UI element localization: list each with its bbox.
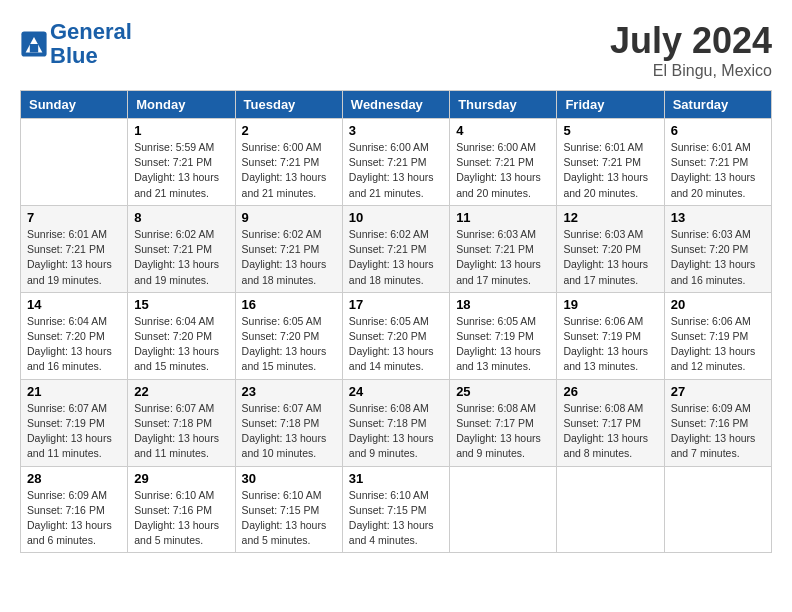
day-cell: 7Sunrise: 6:01 AM Sunset: 7:21 PM Daylig… — [21, 205, 128, 292]
day-number: 7 — [27, 210, 121, 225]
day-cell: 16Sunrise: 6:05 AM Sunset: 7:20 PM Dayli… — [235, 292, 342, 379]
day-cell: 27Sunrise: 6:09 AM Sunset: 7:16 PM Dayli… — [664, 379, 771, 466]
day-cell: 29Sunrise: 6:10 AM Sunset: 7:16 PM Dayli… — [128, 466, 235, 553]
day-cell: 23Sunrise: 6:07 AM Sunset: 7:18 PM Dayli… — [235, 379, 342, 466]
logo-line2: Blue — [50, 43, 98, 68]
day-cell: 1Sunrise: 5:59 AM Sunset: 7:21 PM Daylig… — [128, 119, 235, 206]
day-info: Sunrise: 6:09 AM Sunset: 7:16 PM Dayligh… — [671, 401, 765, 462]
day-info: Sunrise: 6:05 AM Sunset: 7:20 PM Dayligh… — [242, 314, 336, 375]
day-number: 21 — [27, 384, 121, 399]
day-info: Sunrise: 6:06 AM Sunset: 7:19 PM Dayligh… — [563, 314, 657, 375]
day-cell: 22Sunrise: 6:07 AM Sunset: 7:18 PM Dayli… — [128, 379, 235, 466]
header-cell-sunday: Sunday — [21, 91, 128, 119]
day-info: Sunrise: 6:07 AM Sunset: 7:19 PM Dayligh… — [27, 401, 121, 462]
day-number: 10 — [349, 210, 443, 225]
day-info: Sunrise: 5:59 AM Sunset: 7:21 PM Dayligh… — [134, 140, 228, 201]
header-cell-friday: Friday — [557, 91, 664, 119]
day-number: 26 — [563, 384, 657, 399]
day-number: 6 — [671, 123, 765, 138]
day-number: 15 — [134, 297, 228, 312]
day-info: Sunrise: 6:08 AM Sunset: 7:17 PM Dayligh… — [456, 401, 550, 462]
day-info: Sunrise: 6:10 AM Sunset: 7:16 PM Dayligh… — [134, 488, 228, 549]
day-number: 3 — [349, 123, 443, 138]
day-number: 4 — [456, 123, 550, 138]
day-cell — [450, 466, 557, 553]
day-number: 28 — [27, 471, 121, 486]
day-cell: 6Sunrise: 6:01 AM Sunset: 7:21 PM Daylig… — [664, 119, 771, 206]
logo-text: General Blue — [50, 20, 132, 68]
day-cell — [21, 119, 128, 206]
day-info: Sunrise: 6:08 AM Sunset: 7:17 PM Dayligh… — [563, 401, 657, 462]
day-cell: 11Sunrise: 6:03 AM Sunset: 7:21 PM Dayli… — [450, 205, 557, 292]
day-cell: 25Sunrise: 6:08 AM Sunset: 7:17 PM Dayli… — [450, 379, 557, 466]
day-cell: 26Sunrise: 6:08 AM Sunset: 7:17 PM Dayli… — [557, 379, 664, 466]
header-cell-wednesday: Wednesday — [342, 91, 449, 119]
day-cell: 5Sunrise: 6:01 AM Sunset: 7:21 PM Daylig… — [557, 119, 664, 206]
day-info: Sunrise: 6:05 AM Sunset: 7:19 PM Dayligh… — [456, 314, 550, 375]
day-number: 23 — [242, 384, 336, 399]
day-cell: 8Sunrise: 6:02 AM Sunset: 7:21 PM Daylig… — [128, 205, 235, 292]
day-info: Sunrise: 6:03 AM Sunset: 7:20 PM Dayligh… — [563, 227, 657, 288]
day-cell: 14Sunrise: 6:04 AM Sunset: 7:20 PM Dayli… — [21, 292, 128, 379]
week-row-4: 28Sunrise: 6:09 AM Sunset: 7:16 PM Dayli… — [21, 466, 772, 553]
day-info: Sunrise: 6:03 AM Sunset: 7:20 PM Dayligh… — [671, 227, 765, 288]
day-cell: 4Sunrise: 6:00 AM Sunset: 7:21 PM Daylig… — [450, 119, 557, 206]
day-number: 24 — [349, 384, 443, 399]
day-info: Sunrise: 6:01 AM Sunset: 7:21 PM Dayligh… — [27, 227, 121, 288]
day-cell: 9Sunrise: 6:02 AM Sunset: 7:21 PM Daylig… — [235, 205, 342, 292]
day-cell: 30Sunrise: 6:10 AM Sunset: 7:15 PM Dayli… — [235, 466, 342, 553]
day-info: Sunrise: 6:06 AM Sunset: 7:19 PM Dayligh… — [671, 314, 765, 375]
header-cell-thursday: Thursday — [450, 91, 557, 119]
calendar-table: SundayMondayTuesdayWednesdayThursdayFrid… — [20, 90, 772, 553]
day-number: 27 — [671, 384, 765, 399]
day-info: Sunrise: 6:10 AM Sunset: 7:15 PM Dayligh… — [242, 488, 336, 549]
day-info: Sunrise: 6:07 AM Sunset: 7:18 PM Dayligh… — [242, 401, 336, 462]
day-info: Sunrise: 6:03 AM Sunset: 7:21 PM Dayligh… — [456, 227, 550, 288]
day-number: 14 — [27, 297, 121, 312]
day-number: 1 — [134, 123, 228, 138]
day-number: 30 — [242, 471, 336, 486]
logo-line1: General — [50, 19, 132, 44]
day-info: Sunrise: 6:00 AM Sunset: 7:21 PM Dayligh… — [456, 140, 550, 201]
month-title: July 2024 — [610, 20, 772, 62]
day-number: 22 — [134, 384, 228, 399]
day-cell: 24Sunrise: 6:08 AM Sunset: 7:18 PM Dayli… — [342, 379, 449, 466]
logo-icon — [20, 30, 48, 58]
day-cell: 12Sunrise: 6:03 AM Sunset: 7:20 PM Dayli… — [557, 205, 664, 292]
header-cell-tuesday: Tuesday — [235, 91, 342, 119]
day-number: 12 — [563, 210, 657, 225]
header-row: SundayMondayTuesdayWednesdayThursdayFrid… — [21, 91, 772, 119]
calendar-body: 1Sunrise: 5:59 AM Sunset: 7:21 PM Daylig… — [21, 119, 772, 553]
day-info: Sunrise: 6:00 AM Sunset: 7:21 PM Dayligh… — [349, 140, 443, 201]
day-cell: 2Sunrise: 6:00 AM Sunset: 7:21 PM Daylig… — [235, 119, 342, 206]
day-cell: 15Sunrise: 6:04 AM Sunset: 7:20 PM Dayli… — [128, 292, 235, 379]
day-cell: 19Sunrise: 6:06 AM Sunset: 7:19 PM Dayli… — [557, 292, 664, 379]
day-info: Sunrise: 6:01 AM Sunset: 7:21 PM Dayligh… — [671, 140, 765, 201]
logo: General Blue — [20, 20, 132, 68]
day-number: 5 — [563, 123, 657, 138]
week-row-1: 7Sunrise: 6:01 AM Sunset: 7:21 PM Daylig… — [21, 205, 772, 292]
day-info: Sunrise: 6:02 AM Sunset: 7:21 PM Dayligh… — [242, 227, 336, 288]
day-number: 11 — [456, 210, 550, 225]
day-number: 29 — [134, 471, 228, 486]
location: El Bingu, Mexico — [610, 62, 772, 80]
day-info: Sunrise: 6:04 AM Sunset: 7:20 PM Dayligh… — [27, 314, 121, 375]
day-info: Sunrise: 6:01 AM Sunset: 7:21 PM Dayligh… — [563, 140, 657, 201]
day-cell: 10Sunrise: 6:02 AM Sunset: 7:21 PM Dayli… — [342, 205, 449, 292]
day-cell: 13Sunrise: 6:03 AM Sunset: 7:20 PM Dayli… — [664, 205, 771, 292]
day-info: Sunrise: 6:07 AM Sunset: 7:18 PM Dayligh… — [134, 401, 228, 462]
day-info: Sunrise: 6:10 AM Sunset: 7:15 PM Dayligh… — [349, 488, 443, 549]
day-number: 13 — [671, 210, 765, 225]
title-block: July 2024 El Bingu, Mexico — [610, 20, 772, 80]
day-info: Sunrise: 6:02 AM Sunset: 7:21 PM Dayligh… — [134, 227, 228, 288]
svg-rect-2 — [30, 44, 38, 52]
day-cell — [664, 466, 771, 553]
day-cell: 18Sunrise: 6:05 AM Sunset: 7:19 PM Dayli… — [450, 292, 557, 379]
day-cell: 3Sunrise: 6:00 AM Sunset: 7:21 PM Daylig… — [342, 119, 449, 206]
week-row-0: 1Sunrise: 5:59 AM Sunset: 7:21 PM Daylig… — [21, 119, 772, 206]
day-number: 18 — [456, 297, 550, 312]
day-info: Sunrise: 6:00 AM Sunset: 7:21 PM Dayligh… — [242, 140, 336, 201]
header-cell-monday: Monday — [128, 91, 235, 119]
day-cell: 20Sunrise: 6:06 AM Sunset: 7:19 PM Dayli… — [664, 292, 771, 379]
header-cell-saturday: Saturday — [664, 91, 771, 119]
